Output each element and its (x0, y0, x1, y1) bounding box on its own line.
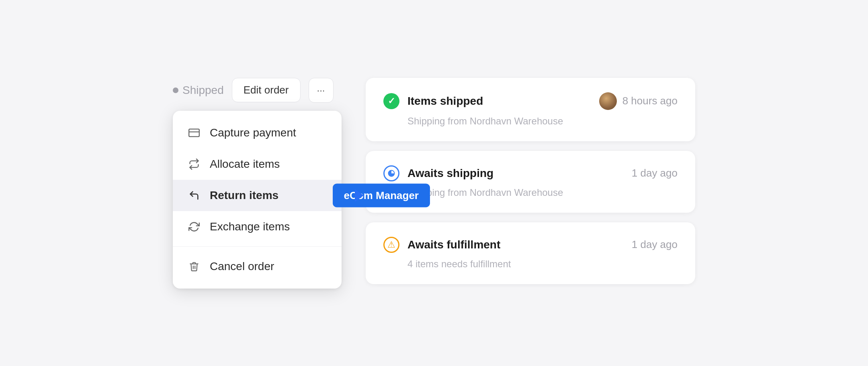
awaits-shipping-subtitle: Shipping from Nordhavn Warehouse (407, 187, 678, 198)
menu-item-cancel-order[interactable]: Cancel order (173, 251, 342, 282)
arrows-icon (187, 157, 201, 171)
warning-mark: ⚠ (387, 240, 395, 250)
menu-item-exchange-items[interactable]: Exchange items (173, 211, 342, 242)
ecom-manager-tooltip: eCom Manager (333, 183, 430, 207)
status-label: Shipped (182, 84, 224, 97)
timeline-meta-shipped: 8 hours ago (599, 92, 678, 110)
timeline-title-row-shipped: ✓ Items shipped (383, 93, 483, 109)
menu-divider (173, 246, 342, 247)
timeline-card-awaits-fulfillment: ⚠ Awaits fulfillment 1 day ago 4 items n… (366, 222, 695, 284)
check-mark: ✓ (388, 96, 395, 106)
trash-icon (187, 260, 201, 273)
awaits-shipping-icon (383, 165, 399, 181)
timeline-header-awaits-shipping: Awaits shipping 1 day ago (383, 165, 678, 181)
awaits-fulfillment-time: 1 day ago (632, 238, 678, 251)
scene: Shipped Edit order ··· Capture payment (149, 54, 719, 313)
more-button[interactable]: ··· (309, 78, 334, 103)
status-dot (173, 87, 178, 93)
items-shipped-time: 8 hours ago (622, 95, 678, 107)
items-shipped-title: Items shipped (407, 95, 483, 108)
timeline-header-shipped: ✓ Items shipped 8 hours ago (383, 92, 678, 110)
dropdown-menu: Capture payment Allocate items (173, 111, 342, 289)
timeline-header-awaits-fulfillment: ⚠ Awaits fulfillment 1 day ago (383, 237, 678, 253)
right-panel: ✓ Items shipped 8 hours ago Shipping fro… (366, 78, 695, 284)
awaits-shipping-title: Awaits shipping (407, 167, 493, 180)
return-items-label: Return items (210, 189, 278, 202)
timeline-title-row-awaits-fulfillment: ⚠ Awaits fulfillment (383, 237, 500, 253)
left-panel: Shipped Edit order ··· Capture payment (173, 78, 342, 289)
timeline-meta-awaits-fulfillment: 1 day ago (632, 238, 678, 251)
cursor-arrow (355, 189, 364, 202)
return-icon (187, 189, 201, 202)
items-shipped-subtitle: Shipping from Nordhavn Warehouse (407, 116, 678, 127)
awaits-fulfillment-title: Awaits fulfillment (407, 238, 500, 251)
shipped-icon: ✓ (383, 93, 399, 109)
status-indicator: Shipped (173, 84, 224, 97)
cancel-order-label: Cancel order (210, 260, 274, 273)
menu-item-allocate-items[interactable]: Allocate items (173, 148, 342, 180)
timeline-title-row-awaits-shipping: Awaits shipping (383, 165, 493, 181)
status-bar: Shipped Edit order ··· (173, 78, 342, 103)
exchange-items-label: Exchange items (210, 220, 290, 233)
avatar (599, 92, 617, 110)
more-dots: ··· (317, 85, 325, 96)
exchange-icon (187, 220, 201, 234)
awaits-shipping-time: 1 day ago (632, 167, 678, 179)
awaits-fulfillment-icon: ⚠ (383, 237, 399, 253)
menu-item-return-items[interactable]: Return items eCom Manager (173, 180, 342, 211)
edit-order-button[interactable]: Edit order (232, 78, 301, 102)
timeline-meta-awaits-shipping: 1 day ago (632, 167, 678, 179)
menu-item-capture-payment[interactable]: Capture payment (173, 117, 342, 148)
card-icon (187, 126, 201, 140)
avatar-image (599, 92, 617, 110)
awaits-fulfillment-subtitle: 4 items needs fulfillment (407, 258, 678, 270)
timeline-card-items-shipped: ✓ Items shipped 8 hours ago Shipping fro… (366, 78, 695, 141)
capture-payment-label: Capture payment (210, 126, 296, 139)
pie-icon (388, 170, 395, 177)
allocate-items-label: Allocate items (210, 158, 280, 171)
svg-rect-0 (189, 129, 199, 136)
